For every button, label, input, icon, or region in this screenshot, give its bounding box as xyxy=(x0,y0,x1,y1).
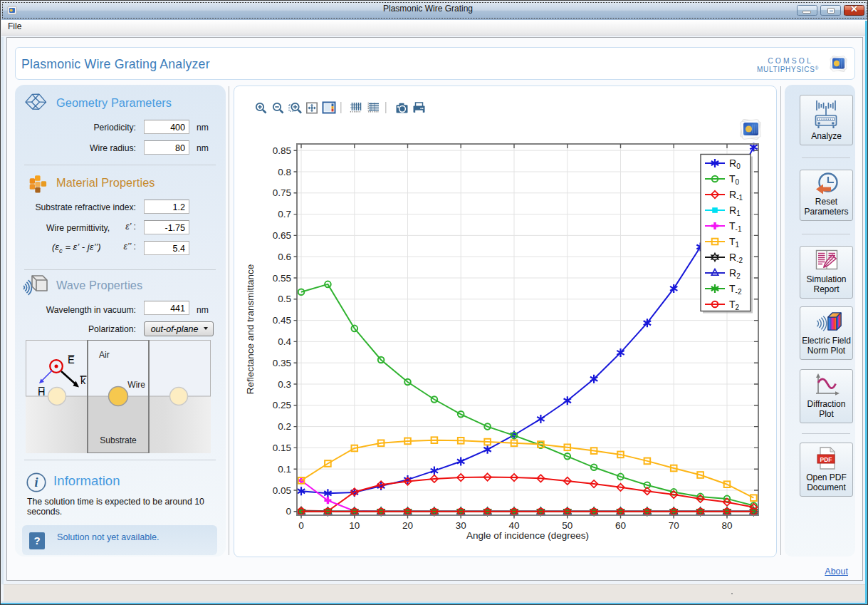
svg-text:PDF: PDF xyxy=(820,456,832,463)
svg-text:0.6: 0.6 xyxy=(278,252,291,262)
svg-text:0.2: 0.2 xyxy=(278,421,291,432)
svg-text:0.45: 0.45 xyxy=(273,315,291,326)
svg-text:Air: Air xyxy=(99,350,110,360)
svg-text:Wire: Wire xyxy=(127,380,145,390)
svg-text:0.3: 0.3 xyxy=(278,379,291,390)
svg-text:80: 80 xyxy=(721,520,732,531)
svg-text:H̅: H̅ xyxy=(38,386,45,398)
svg-text:0.7: 0.7 xyxy=(278,209,291,219)
svg-text:0: 0 xyxy=(286,506,291,517)
svg-text:40: 40 xyxy=(508,520,519,531)
svg-text:0.55: 0.55 xyxy=(273,273,291,284)
svg-text:0: 0 xyxy=(298,520,304,531)
svg-text:50: 50 xyxy=(562,520,572,531)
svg-text:0.15: 0.15 xyxy=(273,443,291,453)
svg-text:0.35: 0.35 xyxy=(273,358,291,368)
svg-text:i: i xyxy=(34,475,38,490)
svg-text:Substrate: Substrate xyxy=(100,435,137,445)
svg-text:0.4: 0.4 xyxy=(278,336,291,347)
svg-text:60: 60 xyxy=(615,520,626,531)
svg-text:30: 30 xyxy=(456,520,466,531)
svg-text:Reflectance and transmittance: Reflectance and transmittance xyxy=(245,264,256,394)
svg-text:20: 20 xyxy=(402,520,413,531)
svg-text:0.5: 0.5 xyxy=(278,294,291,304)
svg-text:E̅: E̅ xyxy=(68,354,75,366)
svg-text:70: 70 xyxy=(669,520,679,531)
svg-text:0.1: 0.1 xyxy=(278,464,291,475)
svg-text:10: 10 xyxy=(349,520,360,531)
svg-text:0.65: 0.65 xyxy=(273,230,291,241)
svg-text:0.85: 0.85 xyxy=(273,145,291,156)
svg-text:0.75: 0.75 xyxy=(273,187,291,198)
svg-text:Angle of incidence (degrees): Angle of incidence (degrees) xyxy=(466,530,589,541)
svg-text:0.25: 0.25 xyxy=(273,400,291,410)
svg-text:0.05: 0.05 xyxy=(273,485,291,496)
svg-text:0.8: 0.8 xyxy=(278,167,291,177)
